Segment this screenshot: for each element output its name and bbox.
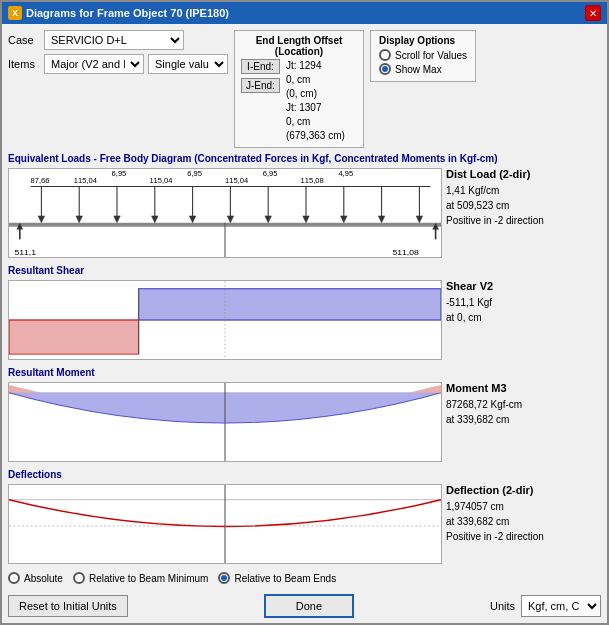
display-options-box: Display Options Scroll for Values Show M… — [370, 30, 476, 82]
end-vals1: 0, cm — [286, 73, 345, 87]
svg-marker-41 — [9, 320, 139, 354]
deflection-diagram — [8, 484, 442, 564]
done-button[interactable]: Done — [264, 594, 354, 618]
end-length-box: End Length Offset (Location) I-End: J-En… — [234, 30, 364, 148]
units-label: Units — [490, 600, 515, 612]
svg-marker-23 — [416, 216, 422, 223]
eq-loads-svg: 87,66 115,04 6,95 115,04 6,95 115,04 6,9… — [9, 169, 441, 257]
absolute-radio[interactable] — [8, 572, 20, 584]
svg-text:87,66: 87,66 — [31, 176, 50, 185]
app-icon: X — [8, 6, 22, 20]
reset-button[interactable]: Reset to Initial Units — [8, 595, 128, 617]
shear-section: Shear V2 -511,1 Kgf at 0, cm — [8, 280, 601, 360]
main-content: Case SERVICIO D+L Items Major (V2 and M3… — [2, 24, 607, 624]
moment-header: Resultant Moment — [8, 366, 601, 378]
shear-header: Resultant Shear — [8, 264, 601, 276]
moment-info: Moment M3 87268,72 Kgf-cm at 339,682 cm — [446, 382, 601, 462]
absolute-radio-row[interactable]: Absolute — [8, 572, 63, 584]
svg-text:6,95: 6,95 — [187, 169, 202, 178]
relative-min-radio[interactable] — [73, 572, 85, 584]
shear-title: Resultant Shear — [8, 265, 84, 276]
svg-text:4,95: 4,95 — [338, 169, 353, 178]
defl-at: at 339,682 cm — [446, 514, 601, 529]
svg-marker-11 — [189, 216, 195, 223]
defl-title: Deflection (2-dir) — [446, 484, 601, 496]
eq-loads-info: Dist Load (2-dir) 1,41 Kgf/cm at 509,523… — [446, 168, 601, 258]
end-vals1b: (0, cm) — [286, 87, 345, 101]
shear-v2-at: at 0, cm — [446, 310, 601, 325]
defl-value: 1,974057 cm — [446, 499, 601, 514]
show-max-label: Show Max — [395, 64, 442, 75]
case-row: Case SERVICIO D+L — [8, 30, 228, 50]
moment-svg — [9, 383, 441, 461]
svg-marker-21 — [378, 216, 384, 223]
svg-marker-5 — [76, 216, 82, 223]
svg-text:6,95: 6,95 — [263, 169, 278, 178]
footer-row: Reset to Initial Units Done Units Kgf, c… — [8, 594, 601, 618]
close-button[interactable]: ✕ — [585, 5, 601, 21]
defl-svg — [9, 485, 441, 563]
eq-loads-title: Equivalent Loads - Free Body Diagram (Co… — [8, 153, 498, 164]
dist-load-at: at 509,523 cm — [446, 198, 601, 213]
single-select[interactable]: Single valued — [148, 54, 228, 74]
svg-text:115,04: 115,04 — [225, 176, 248, 185]
relative-ends-radio[interactable] — [218, 572, 230, 584]
window-title: Diagrams for Frame Object 70 (IPE180) — [26, 7, 229, 19]
scroll-radio-row[interactable]: Scroll for Values — [379, 49, 467, 61]
show-max-radio[interactable] — [379, 63, 391, 75]
end-jt2: Jt: 1307 — [286, 101, 345, 115]
items-label: Items — [8, 58, 40, 70]
units-select[interactable]: Kgf, cm, C — [521, 595, 601, 617]
relative-ends-label: Relative to Beam Ends — [234, 573, 336, 584]
i-end-button[interactable]: I-End: — [241, 59, 280, 74]
end-vals2b: (679,363 cm) — [286, 129, 345, 143]
defl-dir: Positive in -2 direction — [446, 529, 601, 544]
main-window: X Diagrams for Frame Object 70 (IPE180) … — [0, 0, 609, 625]
shear-v2-title: Shear V2 — [446, 280, 601, 292]
svg-marker-19 — [341, 216, 347, 223]
dist-load-dir: Positive in -2 direction — [446, 213, 601, 228]
shear-info: Shear V2 -511,1 Kgf at 0, cm — [446, 280, 601, 360]
case-items-section: Case SERVICIO D+L Items Major (V2 and M3… — [8, 30, 228, 74]
deflection-title: Deflections — [8, 469, 62, 480]
end-length-title: End Length Offset — [241, 35, 357, 46]
svg-text:115,04: 115,04 — [149, 176, 172, 185]
relative-min-radio-row[interactable]: Relative to Beam Minimum — [73, 572, 208, 584]
case-label: Case — [8, 34, 40, 46]
svg-text:511,1: 511,1 — [14, 248, 36, 257]
moment-title: Resultant Moment — [8, 367, 95, 378]
moment-m3-value: 87268,72 Kgf-cm — [446, 397, 601, 412]
moment-section: Moment M3 87268,72 Kgf-cm at 339,682 cm — [8, 382, 601, 462]
svg-text:511,08: 511,08 — [392, 248, 419, 257]
shear-v2-value: -511,1 Kgf — [446, 295, 601, 310]
case-select[interactable]: SERVICIO D+L — [44, 30, 184, 50]
dist-load-title: Dist Load (2-dir) — [446, 168, 601, 180]
scroll-radio[interactable] — [379, 49, 391, 61]
svg-marker-43 — [139, 289, 441, 320]
display-options-title: Display Options — [379, 35, 467, 46]
deflection-section: Deflection (2-dir) 1,974057 cm at 339,68… — [8, 484, 601, 564]
moment-m3-at: at 339,682 cm — [446, 412, 601, 427]
dist-load-value: 1,41 Kgf/cm — [446, 183, 601, 198]
relative-ends-radio-row[interactable]: Relative to Beam Ends — [218, 572, 336, 584]
end-jt1: Jt: 1294 — [286, 59, 345, 73]
deflection-info: Deflection (2-dir) 1,974057 cm at 339,68… — [446, 484, 601, 564]
end-length-subtitle: (Location) — [241, 46, 357, 57]
svg-marker-13 — [227, 216, 233, 223]
svg-text:115,08: 115,08 — [301, 176, 324, 185]
title-bar: X Diagrams for Frame Object 70 (IPE180) … — [2, 2, 607, 24]
title-bar-left: X Diagrams for Frame Object 70 (IPE180) — [8, 6, 229, 20]
top-row: Case SERVICIO D+L Items Major (V2 and M3… — [8, 30, 601, 148]
svg-text:115,04: 115,04 — [74, 176, 97, 185]
major-select[interactable]: Major (V2 and M3) — [44, 54, 144, 74]
svg-marker-49 — [409, 385, 441, 393]
eq-loads-header: Equivalent Loads - Free Body Diagram (Co… — [8, 152, 601, 164]
deflection-header: Deflections — [8, 468, 601, 480]
svg-marker-15 — [265, 216, 271, 223]
shear-svg — [9, 281, 441, 359]
svg-marker-7 — [114, 216, 120, 223]
relative-min-label: Relative to Beam Minimum — [89, 573, 208, 584]
j-end-button[interactable]: J-End: — [241, 78, 280, 93]
show-max-radio-row[interactable]: Show Max — [379, 63, 467, 75]
svg-marker-9 — [152, 216, 158, 223]
